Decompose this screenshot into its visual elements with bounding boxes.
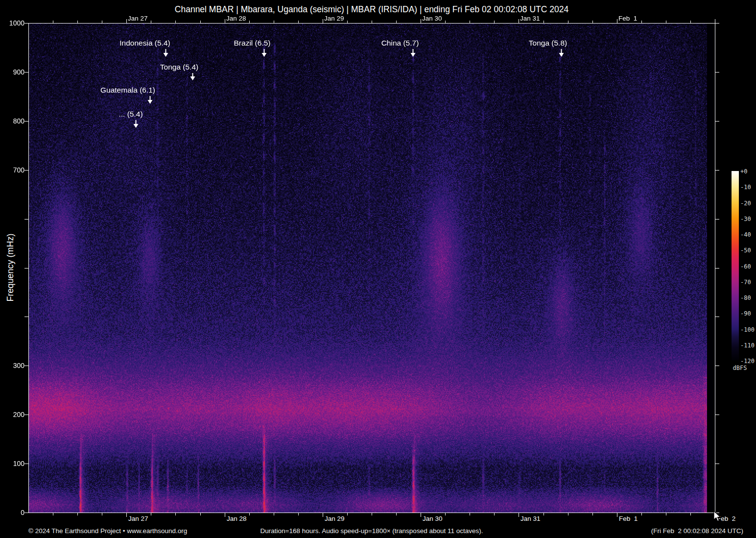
event-annotation-label: Tonga (5.8) [529,39,567,48]
colorbar-tick-label: -60 [740,263,751,270]
x-tick-top [151,21,151,23]
y-tick-left [24,72,28,73]
event-annotation-label: Indonesia (5.4) [119,39,170,48]
y-axis-tick-label: 200 [2,411,24,418]
y-tick-left [24,170,28,171]
colorbar-tick-label: -50 [740,247,751,254]
x-tick-bottom [641,513,642,515]
x-tick-bottom [543,513,544,515]
x-axis-label-bottom: Jan 27 [128,515,148,522]
x-axis-label-bottom: Feb 1 [619,515,638,522]
colorbar [732,171,739,361]
y-axis-label: Frequency (mHz) [5,233,16,301]
x-tick-top [470,21,470,23]
y-tick-right [715,219,719,220]
y-tick-left [24,23,28,24]
x-tick-bottom [592,513,593,515]
x-axis-label-top: Jan 31 [520,15,540,22]
x-tick-top [249,21,250,23]
x-tick-bottom [225,513,225,517]
x-tick-bottom [494,513,495,515]
x-tick-bottom [151,513,151,515]
x-tick-bottom [175,513,176,515]
y-tick-left [24,464,28,464]
y-axis-tick-label: 100 [2,460,24,467]
x-tick-top [175,21,176,23]
x-tick-bottom [617,513,617,517]
x-tick-top [372,21,372,23]
x-tick-bottom [200,513,201,515]
event-annotation-label: Tonga (5.4) [160,63,198,72]
x-tick-top [53,21,53,23]
x-tick-bottom [445,513,446,515]
x-tick-bottom [126,513,127,517]
x-tick-top [641,21,642,23]
footer-timestamp: (Fri Feb 2 00:02:08 2024 UTC) [651,527,743,535]
x-tick-top [225,19,225,23]
colorbar-tick-label: -80 [740,294,751,301]
y-tick-right [715,366,719,366]
x-tick-top [421,19,421,23]
y-tick-right [715,464,719,464]
down-arrow-icon [410,49,416,57]
x-tick-top [666,21,666,23]
y-tick-left [24,219,28,220]
x-tick-bottom [396,513,397,515]
y-tick-right [715,121,719,122]
down-arrow-icon [189,73,196,80]
x-axis-label-bottom: Jan 31 [520,515,541,522]
y-tick-right [715,170,719,171]
x-tick-bottom [102,513,102,515]
colorbar-tick-label: -10 [740,184,751,191]
y-axis-tick-label: 700 [2,166,24,174]
y-tick-right [715,317,719,317]
x-tick-top [568,21,568,23]
x-axis-label-top: Feb 1 [618,15,637,22]
x-tick-top [592,21,593,23]
x-tick-bottom [298,513,299,515]
down-arrow-icon [558,49,565,57]
mouse-cursor-icon [713,511,724,522]
event-annotation-label: ... (5.4) [118,110,142,119]
down-arrow-icon [163,49,169,57]
x-tick-top [543,21,544,23]
down-arrow-icon [147,96,153,104]
x-tick-top [617,19,617,23]
x-tick-top [102,21,102,23]
y-tick-left [24,415,28,415]
x-axis-label-top: Jan 28 [226,15,246,22]
x-tick-top [323,19,323,23]
x-tick-bottom [421,513,421,517]
x-axis-label-bottom: Jan 28 [227,515,247,522]
colorbar-unit-label: dBFS [733,365,747,371]
y-tick-left [24,268,28,269]
y-axis-tick-label: 0 [2,509,24,516]
x-axis-label-top: Jan 30 [422,15,442,22]
x-tick-top [274,21,274,23]
x-tick-top [347,21,348,23]
y-axis-tick-label: 1000 [2,19,24,27]
colorbar-tick-label: -100 [740,326,755,333]
colorbar-tick-label: +0 [740,168,747,175]
plot-border-left [28,23,29,513]
y-tick-left [24,366,28,366]
x-tick-top [494,21,495,23]
x-axis-label-bottom: Jan 29 [325,515,345,522]
colorbar-tick-label: -20 [740,200,751,207]
colorbar-tick-label: -120 [740,358,755,365]
x-tick-bottom [77,513,78,515]
down-arrow-icon [133,120,139,128]
chart-title: Channel MBAR | Mbarara, Uganda (seismic)… [28,4,715,15]
x-tick-bottom [372,513,372,515]
x-tick-top [715,19,715,23]
y-axis-tick-label: 800 [2,117,24,125]
colorbar-tick-label: -30 [740,216,751,222]
x-tick-bottom [519,513,519,517]
x-tick-bottom [347,513,348,515]
y-tick-right [715,268,719,269]
event-annotation-label: Brazil (6.5) [234,39,271,48]
colorbar-tick-label: -90 [740,310,751,317]
x-tick-top [126,19,127,23]
x-tick-bottom [249,513,250,515]
colorbar-tick-label: -110 [740,342,755,349]
